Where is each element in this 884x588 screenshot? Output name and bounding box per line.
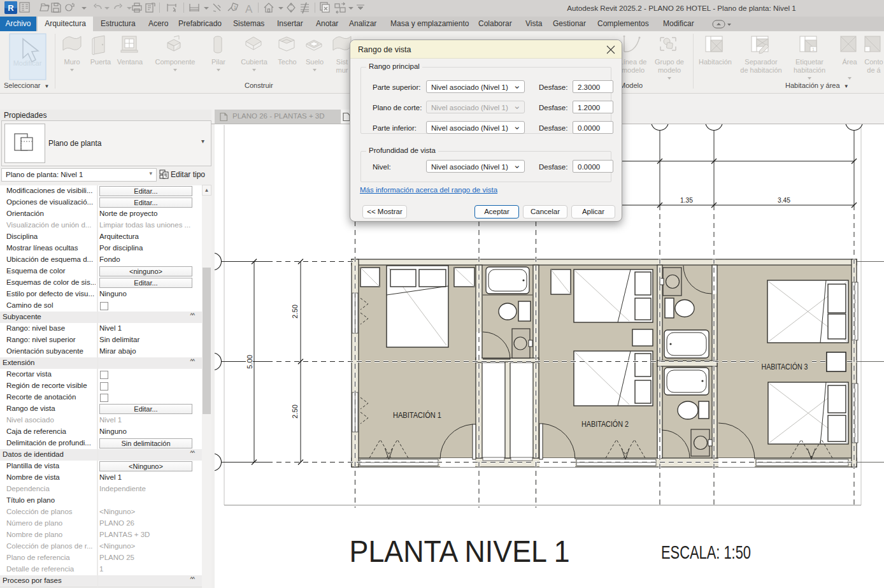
svg-text:ESCALA: 1:50: ESCALA: 1:50 bbox=[661, 542, 751, 563]
svg-text:Conto: Conto bbox=[864, 58, 883, 66]
svg-text:3.45: 3.45 bbox=[778, 196, 790, 204]
svg-text:modelo: modelo bbox=[622, 66, 645, 74]
svg-text:Línea de: Línea de bbox=[620, 58, 647, 66]
svg-text:5.00: 5.00 bbox=[246, 355, 253, 369]
svg-text:HABITACIÓN 1: HABITACIÓN 1 bbox=[393, 410, 441, 420]
svg-text:mur: mur bbox=[336, 66, 348, 74]
svg-text:Muro: Muro bbox=[64, 58, 80, 66]
svg-text:de habitación: de habitación bbox=[740, 66, 781, 74]
svg-text:Habitación: Habitación bbox=[699, 58, 732, 66]
svg-text:1.35: 1.35 bbox=[680, 196, 693, 204]
svg-text:Separador: Separador bbox=[745, 58, 778, 66]
svg-text:Puerta: Puerta bbox=[90, 58, 111, 66]
svg-text:Área: Área bbox=[842, 58, 857, 66]
svg-text:Suelo: Suelo bbox=[306, 58, 324, 66]
svg-text:Componente: Componente bbox=[155, 58, 196, 66]
svg-text:Modificar: Modificar bbox=[13, 59, 42, 67]
svg-text:HABITACIÓN 3: HABITACIÓN 3 bbox=[762, 362, 808, 371]
svg-text:Grupo de: Grupo de bbox=[655, 58, 684, 66]
svg-text:1: 1 bbox=[234, 5, 236, 10]
svg-text:modelo: modelo bbox=[658, 66, 681, 74]
svg-text:A: A bbox=[245, 3, 253, 15]
svg-text:Sist: Sist bbox=[336, 58, 348, 66]
svg-text:Cubierta: Cubierta bbox=[241, 58, 267, 66]
svg-text:de á: de á bbox=[867, 66, 881, 74]
svg-text:PLANTA NIVEL 1: PLANTA NIVEL 1 bbox=[350, 534, 570, 568]
svg-text:Ventana: Ventana bbox=[117, 58, 143, 66]
svg-text:HABITACIÓN 2: HABITACIÓN 2 bbox=[581, 419, 629, 429]
svg-text:2.50: 2.50 bbox=[291, 405, 299, 419]
svg-text:Techo: Techo bbox=[278, 58, 296, 66]
svg-text:R: R bbox=[8, 3, 14, 13]
svg-text:1: 1 bbox=[812, 47, 815, 52]
svg-text:2.50: 2.50 bbox=[291, 305, 299, 319]
svg-text:habitación: habitación bbox=[794, 66, 825, 74]
svg-text:Pilar: Pilar bbox=[211, 58, 225, 66]
svg-text:Etiquetar: Etiquetar bbox=[795, 58, 823, 66]
